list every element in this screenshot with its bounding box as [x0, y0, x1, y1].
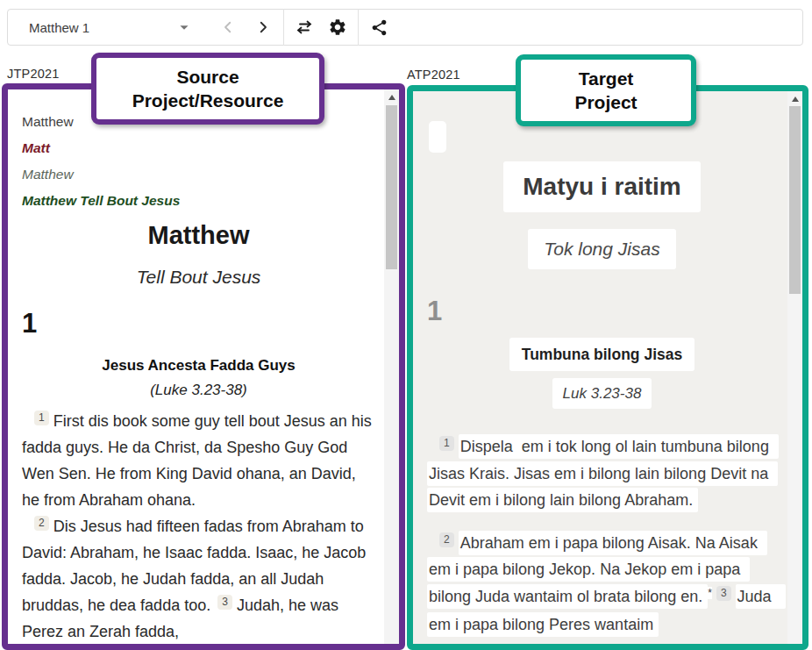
scrollbar-up-button[interactable]: [384, 89, 399, 104]
chevron-left-icon: [220, 19, 236, 35]
source-book-subtitle: Tell Bout Jesus: [22, 267, 375, 288]
scrollbar-thumb[interactable]: [386, 105, 397, 269]
source-parallel-reference: (Luke 3.23-38): [22, 382, 375, 399]
target-section-heading[interactable]: Tumbuna bilong Jisas: [509, 338, 694, 371]
source-chapter-number: 1: [22, 308, 375, 339]
verse-text: First dis book some guy tell bout Jesus …: [22, 412, 372, 509]
verse-number-chip: 3: [716, 586, 731, 601]
verse-number-chip: 1: [439, 436, 454, 451]
swap-panels-button[interactable]: [289, 12, 319, 42]
source-verse-paragraph: 1First dis book some guy tell bout Jesus…: [22, 408, 375, 513]
callout-line: Project/Resource: [107, 89, 309, 112]
verse-number-chip: 3: [217, 595, 232, 610]
verse-number-chip: 1: [34, 411, 49, 425]
reference-label: Matthew 1: [29, 20, 89, 35]
source-panel-content: Matthew Matt Matthew Matthew Tell Bout J…: [8, 89, 384, 644]
target-book-subtitle[interactable]: Tok long Jisas: [528, 229, 675, 269]
source-panel-label: JTP2021: [7, 67, 59, 81]
scrollbar-thumb[interactable]: [789, 106, 801, 294]
source-book-title: Matthew: [22, 221, 375, 250]
target-verse-paragraph: 2Abraham em i papa bilong Aisak. Na Aisa…: [427, 530, 777, 639]
triangle-up-icon: [388, 95, 395, 100]
callout-line: Target: [531, 67, 680, 90]
caret-down-icon: [175, 18, 194, 37]
source-callout-annotation: Source Project/Resource: [91, 53, 324, 125]
target-panel-label: ATP2021: [407, 68, 460, 82]
source-header-line: Matt: [22, 135, 375, 161]
callout-line: Project: [531, 90, 680, 114]
target-panel-content: Matyu i raitim Tok long Jisas 1 Tumbuna …: [413, 91, 787, 644]
footnote-marker[interactable]: *: [708, 587, 712, 599]
source-verse-paragraph: 2Dis Jesus had fifteen fadas from Abraha…: [22, 513, 375, 644]
share-button[interactable]: [364, 12, 394, 42]
toolbar-divider: [283, 9, 284, 46]
source-header-line: Matthew Tell Bout Jesus: [22, 188, 375, 214]
target-book-title[interactable]: Matyu i raitim: [503, 161, 700, 212]
empty-verse-placeholder[interactable]: [429, 121, 446, 153]
target-verse-paragraph: 1Dispela em i tok long ol lain tumbuna b…: [427, 433, 777, 514]
gear-icon: [328, 18, 347, 37]
chevron-right-icon: [255, 19, 271, 35]
target-parallel-reference[interactable]: Luk 3.23-38: [552, 378, 652, 409]
toolbar-divider: [358, 9, 359, 46]
source-verse-text-block: 1First dis book some guy tell bout Jesus…: [22, 408, 375, 644]
triangle-up-icon: [792, 96, 799, 102]
verse-number-chip: 2: [34, 516, 49, 531]
callout-line: Source: [107, 65, 309, 89]
target-callout-annotation: Target Project: [516, 54, 696, 126]
source-section-heading: Jesus Ancesta Fadda Guys: [22, 357, 375, 375]
scripture-reference-selector[interactable]: Matthew 1: [29, 18, 194, 37]
target-verse-text-block: 1Dispela em i tok long ol lain tumbuna b…: [427, 433, 777, 639]
target-chapter-number: 1: [427, 296, 777, 327]
target-panel-scrollbar[interactable]: [787, 91, 802, 644]
toolbar: Matthew 1: [7, 9, 803, 46]
next-chapter-button[interactable]: [248, 12, 278, 42]
scrollbar-up-button[interactable]: [787, 91, 802, 106]
previous-chapter-button[interactable]: [213, 12, 243, 42]
target-panel: Matyu i raitim Tok long Jisas 1 Tumbuna …: [407, 85, 808, 650]
verse-number-chip: 2: [439, 532, 454, 547]
source-header-line: Matthew: [22, 161, 375, 188]
source-panel: Matthew Matt Matthew Matthew Tell Bout J…: [2, 83, 405, 650]
share-icon: [370, 18, 388, 37]
settings-button[interactable]: [323, 12, 353, 42]
source-panel-scrollbar[interactable]: [384, 89, 399, 644]
swap-arrows-icon: [294, 17, 315, 38]
verse-text[interactable]: Dispela em i tok long ol lain tumbuna bi…: [427, 434, 779, 512]
